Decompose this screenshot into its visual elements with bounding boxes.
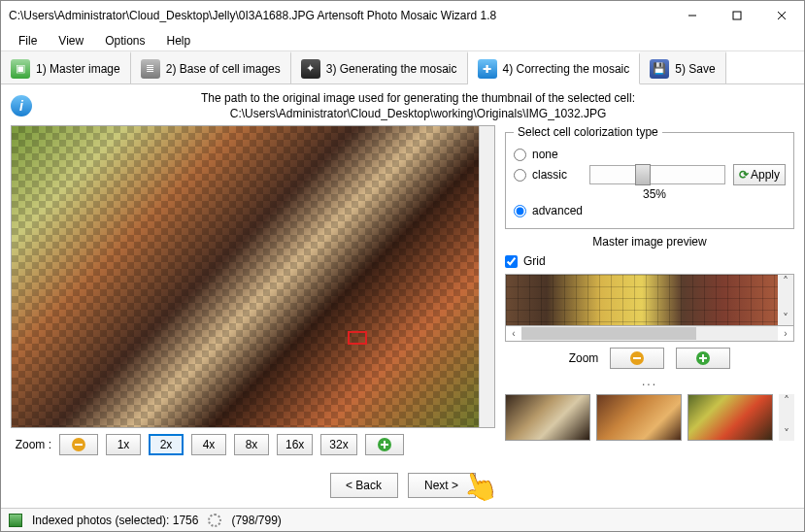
save-icon: 💾 (650, 59, 669, 79)
menu-options[interactable]: Options (95, 32, 154, 50)
colorization-none[interactable]: none (514, 145, 786, 164)
grid-label: Grid (523, 254, 546, 268)
radio-none[interactable] (514, 149, 526, 161)
minus-icon (72, 438, 85, 451)
wizard-steps: ▣ 1) Master image ≣ 2) Base of cell imag… (1, 51, 804, 84)
database-icon: ≣ (141, 59, 160, 79)
menu-view[interactable]: View (49, 32, 93, 50)
wand-icon: ✦ (301, 59, 320, 79)
radio-none-label: none (532, 148, 558, 161)
master-preview-image[interactable] (506, 275, 778, 325)
grid-checkbox-row[interactable]: Grid (505, 254, 794, 268)
zoom-16x[interactable]: 16x (277, 434, 313, 455)
selected-cell-marker[interactable] (348, 331, 367, 345)
zoom-8x[interactable]: 8x (234, 434, 269, 455)
plus-icon (696, 351, 710, 365)
preview-zoom-out[interactable] (610, 348, 664, 369)
zoom-4x[interactable]: 4x (191, 434, 226, 455)
apply-button[interactable]: ⟳ Apply (733, 164, 786, 185)
colorization-legend: Select cell colorization type (514, 125, 662, 139)
candidates-ellipsis: ... (505, 375, 794, 388)
menu-bar: File View Options Help (1, 30, 804, 51)
minimize-button[interactable] (670, 1, 715, 30)
colorization-slider[interactable] (589, 165, 725, 184)
puzzle-icon: ✚ (478, 59, 497, 79)
menu-file[interactable]: File (9, 32, 47, 50)
step-label: 2) Base of cell images (166, 62, 281, 76)
refresh-icon: ⟳ (739, 168, 749, 182)
zoom-32x[interactable]: 32x (320, 434, 356, 455)
step-correcting[interactable]: ✚ 4) Correcting the mosaic (468, 52, 641, 84)
scroll-right-arrow[interactable]: › (778, 328, 793, 339)
candidate-thumbnails: ˄˅ (505, 394, 794, 441)
wizard-nav: < Back Next > 👆 (11, 465, 794, 504)
slider-thumb[interactable] (635, 164, 651, 185)
zoom-1x[interactable]: 1x (106, 434, 141, 455)
candidate-thumb[interactable] (688, 394, 773, 441)
step-label: 4) Correcting the mosaic (503, 62, 630, 76)
zoom-controls: Zoom : 1x 2x 4x 8x 16x 32x (11, 428, 495, 461)
mosaic-vertical-scrollbar[interactable] (479, 126, 494, 427)
loading-spinner-icon (208, 514, 221, 527)
master-preview-title: Master image preview (505, 235, 794, 249)
plus-icon (378, 438, 391, 451)
path-value: C:\Users\Administrator\Cloud_Desktop\wor… (42, 106, 794, 121)
zoom-label: Zoom : (13, 438, 51, 451)
step-generating[interactable]: ✦ 3) Generating the mosaic (291, 51, 468, 83)
zoom-in-button[interactable] (365, 434, 404, 455)
picture-icon: ▣ (11, 59, 30, 79)
step-base-cells[interactable]: ≣ 2) Base of cell images (131, 51, 291, 83)
grid-checkbox[interactable] (505, 255, 518, 268)
candidate-thumb[interactable] (505, 394, 590, 441)
apply-label: Apply (751, 168, 780, 182)
radio-classic-label: classic (532, 168, 567, 182)
radio-advanced[interactable] (514, 205, 526, 217)
next-button[interactable]: Next > (408, 473, 476, 498)
zoom-2x[interactable]: 2x (149, 434, 184, 455)
cell-source-path: The path to the original image used for … (42, 90, 794, 121)
preview-zoom-in[interactable] (676, 348, 730, 369)
step-label: 1) Master image (36, 62, 120, 76)
path-caption: The path to the original image used for … (42, 90, 794, 106)
hscroll-thumb[interactable] (521, 327, 696, 340)
radio-advanced-label: advanced (532, 204, 583, 217)
slider-percent: 35% (582, 187, 727, 201)
info-icon: i (11, 95, 32, 116)
mosaic-viewport[interactable] (11, 125, 495, 428)
minus-icon (630, 351, 644, 365)
colorization-group: Select cell colorization type none class… (505, 125, 794, 229)
radio-classic[interactable] (514, 169, 526, 182)
scroll-left-arrow[interactable]: ‹ (506, 328, 521, 339)
step-master-image[interactable]: ▣ 1) Master image (1, 51, 131, 83)
colorization-classic[interactable]: classic (514, 165, 582, 184)
preview-zoom-label: Zoom (569, 351, 599, 365)
maximize-button[interactable] (715, 1, 759, 30)
status-bar: Indexed photos (selected): 1756 (798/799… (1, 508, 804, 531)
colorization-advanced[interactable]: advanced (514, 201, 786, 220)
svg-rect-1 (733, 12, 741, 19)
indexed-count: Indexed photos (selected): 1756 (32, 514, 198, 527)
preview-zoom-controls: Zoom (505, 348, 794, 369)
master-preview-hscroll[interactable]: ‹ › (505, 326, 794, 342)
zoom-out-button[interactable] (59, 434, 98, 455)
back-button[interactable]: < Back (330, 473, 398, 498)
title-bar: C:\Users\Administrator\Cloud_Desktop\Jel… (1, 1, 804, 30)
candidate-thumb[interactable] (596, 394, 682, 441)
step-label: 3) Generating the mosaic (326, 62, 457, 76)
photos-icon (9, 514, 22, 527)
mosaic-image[interactable] (12, 126, 479, 427)
step-save[interactable]: 💾 5) Save (640, 51, 725, 83)
master-preview[interactable]: ˄˅ (505, 274, 794, 326)
candidates-vscroll[interactable]: ˄˅ (779, 394, 794, 441)
close-button[interactable] (759, 1, 804, 30)
window-title: C:\Users\Administrator\Cloud_Desktop\Jel… (9, 9, 670, 22)
menu-help[interactable]: Help (157, 32, 201, 50)
master-preview-vscroll[interactable]: ˄˅ (778, 275, 793, 325)
step-label: 5) Save (675, 62, 715, 76)
index-progress: (798/799) (231, 514, 281, 527)
